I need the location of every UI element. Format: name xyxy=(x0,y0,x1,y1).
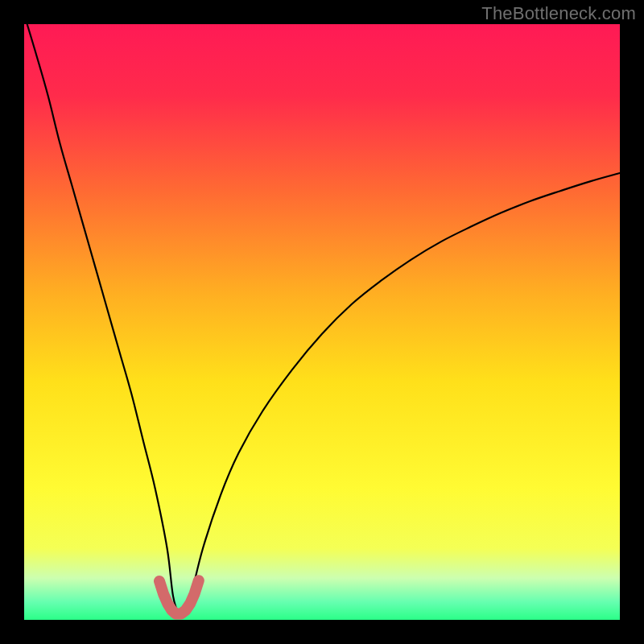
plot-background xyxy=(24,24,620,620)
chart-svg xyxy=(0,0,644,644)
watermark-text: TheBottleneck.com xyxy=(481,3,636,24)
outer-frame: TheBottleneck.com xyxy=(0,0,644,644)
